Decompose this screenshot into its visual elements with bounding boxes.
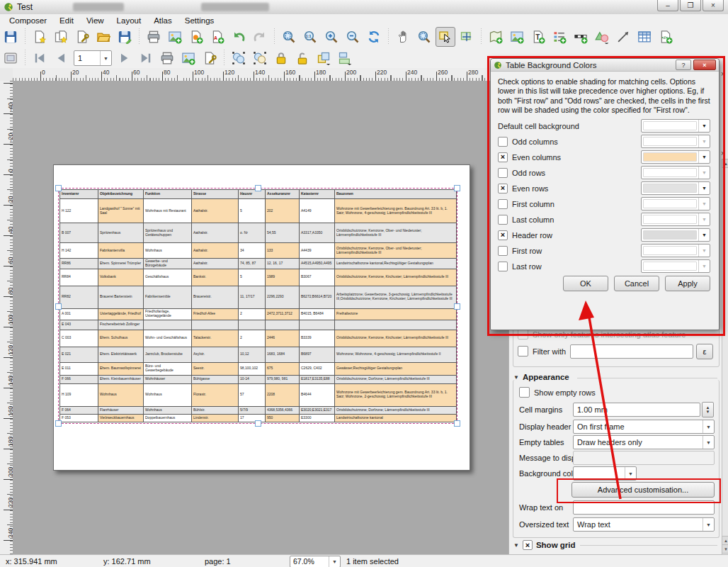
even-rows-color[interactable]: ▼ [641, 181, 710, 195]
ungroup-items-button[interactable] [250, 48, 270, 68]
add-map-button[interactable] [486, 27, 506, 47]
selection-handle[interactable] [255, 420, 261, 427]
even-columns-checkbox[interactable]: × [498, 152, 508, 162]
dialog-close-button[interactable]: × [693, 60, 716, 70]
atlas-next-button[interactable] [115, 48, 135, 68]
atlas-prev-button[interactable] [51, 48, 71, 68]
undo-button[interactable] [229, 27, 249, 47]
selection-handle[interactable] [454, 185, 460, 191]
export-image-button[interactable] [165, 27, 185, 47]
atlas-settings-button[interactable] [200, 48, 220, 68]
dialog-help-button[interactable]: ? [676, 60, 691, 70]
export-pdf-button[interactable]: A [207, 27, 227, 47]
last-column-checkbox[interactable] [498, 215, 508, 225]
selection-handle[interactable] [454, 303, 460, 310]
menu-view[interactable]: View [80, 16, 110, 26]
selection-handle[interactable] [55, 420, 62, 427]
first-column-color[interactable]: ▼ [641, 197, 710, 210]
zoom-region-button[interactable] [414, 27, 434, 47]
new-composition-button[interactable] [30, 27, 50, 47]
oversized-text-combo[interactable]: Wrap text▼ [573, 517, 715, 532]
menu-atlas[interactable]: Atlas [147, 16, 178, 26]
show-grid-section-header[interactable]: ▼ × Show grid [513, 540, 576, 550]
atlas-preview-button[interactable] [1, 48, 21, 68]
filter-expression-input[interactable] [570, 344, 693, 359]
restore-button[interactable]: ❐ [680, 0, 701, 11]
display-header-combo[interactable]: On first frame▼ [573, 420, 715, 434]
last-row-checkbox[interactable] [498, 262, 508, 271]
select-move-item-button[interactable] [436, 27, 455, 47]
odd-rows-checkbox[interactable] [498, 168, 508, 178]
export-svg-button[interactable] [186, 27, 206, 47]
apply-button[interactable]: Apply [665, 276, 710, 291]
add-shape-button[interactable] [592, 27, 612, 47]
print-button[interactable] [144, 27, 164, 47]
dock-close-icon[interactable]: × [719, 69, 727, 78]
filter-with-checkbox[interactable] [518, 346, 528, 357]
atlas-export-button[interactable] [178, 48, 198, 68]
zoom-out-button[interactable] [343, 27, 363, 47]
scroll-down-icon[interactable]: ▼ [722, 544, 728, 554]
redo-button[interactable] [250, 27, 270, 47]
atlas-page-combo[interactable]: 1▼ [74, 50, 112, 66]
first-row-color[interactable]: ▼ [641, 244, 710, 257]
even-columns-color[interactable]: ▼ [641, 150, 710, 164]
add-arrow-button[interactable] [613, 27, 633, 47]
show-empty-rows-checkbox[interactable] [519, 387, 530, 398]
last-row-color[interactable]: ▼ [641, 259, 710, 273]
composition-canvas[interactable]: InventarnrObjektbezeichnungFunktionStras… [13, 81, 508, 554]
zoom-in-button[interactable] [322, 27, 341, 47]
cell-margins-input[interactable]: 1.00 mm [573, 403, 700, 417]
lock-items-button[interactable] [271, 48, 291, 68]
scroll-up-icon[interactable]: ▲ [722, 159, 728, 168]
cancel-button[interactable]: Cancel [614, 276, 659, 291]
default-cell-background-color[interactable]: ▼ [641, 119, 710, 133]
group-items-button[interactable] [229, 48, 249, 68]
duplicate-composition-button[interactable] [51, 27, 71, 47]
zoom-level-combo[interactable]: 67.0%▼ [290, 556, 341, 567]
add-legend-button[interactable] [550, 27, 569, 47]
advanced-customisation-button[interactable]: Advanced customisation... [571, 482, 715, 498]
header-row-checkbox[interactable]: × [498, 230, 508, 240]
menu-settings[interactable]: Settings [178, 16, 221, 26]
selection-handle[interactable] [454, 420, 460, 427]
odd-rows-color[interactable]: ▼ [641, 166, 710, 179]
header-row-color[interactable]: ▼ [641, 228, 710, 242]
selection-handle[interactable] [255, 185, 261, 191]
empty-tables-combo[interactable]: Draw headers only▼ [573, 435, 715, 449]
menu-composer[interactable]: Composer [3, 16, 53, 26]
composition-page[interactable]: InventarnrObjektbezeichnungFunktionStras… [53, 164, 470, 471]
zoom-full-button[interactable] [279, 27, 299, 47]
zoom-actual-button[interactable]: 1:1 [300, 27, 320, 47]
add-label-button[interactable]: T [528, 27, 548, 47]
even-rows-checkbox[interactable]: × [498, 184, 508, 193]
odd-columns-color[interactable]: ▼ [641, 135, 710, 148]
odd-columns-checkbox[interactable] [498, 137, 508, 147]
atlas-last-button[interactable] [136, 48, 156, 68]
align-items-button[interactable] [335, 48, 355, 68]
background-color-combo[interactable]: ▼ [573, 466, 637, 481]
wrap-text-on-input[interactable] [573, 500, 715, 515]
dock-close-icon[interactable]: × [719, 149, 727, 157]
ok-button[interactable]: OK [563, 276, 608, 291]
add-scalebar-button[interactable] [571, 27, 591, 47]
atlas-print-button[interactable] [157, 48, 177, 68]
refresh-button[interactable] [364, 27, 384, 47]
selected-table-item[interactable]: InventarnrObjektbezeichnungFunktionStras… [58, 188, 457, 424]
close-button[interactable]: × [703, 0, 724, 11]
atlas-first-button[interactable] [30, 48, 50, 68]
open-button[interactable] [93, 27, 113, 47]
unlock-items-button[interactable] [292, 48, 312, 68]
add-attribute-table-button[interactable] [635, 27, 654, 47]
save-as-template-button[interactable] [115, 27, 135, 47]
minimize-button[interactable]: – [657, 0, 678, 11]
pan-button[interactable] [393, 27, 413, 47]
menu-edit[interactable]: Edit [53, 16, 80, 26]
panel-scrollbar[interactable] [722, 159, 728, 554]
last-column-color[interactable]: ▼ [641, 213, 710, 226]
selection-handle[interactable] [55, 303, 62, 310]
expression-builder-button[interactable]: ε [696, 344, 713, 359]
selection-handle[interactable] [55, 185, 62, 191]
dialog-title-bar[interactable]: Table Background Colors ? × [491, 59, 719, 72]
add-html-button[interactable]: </> [656, 27, 676, 47]
